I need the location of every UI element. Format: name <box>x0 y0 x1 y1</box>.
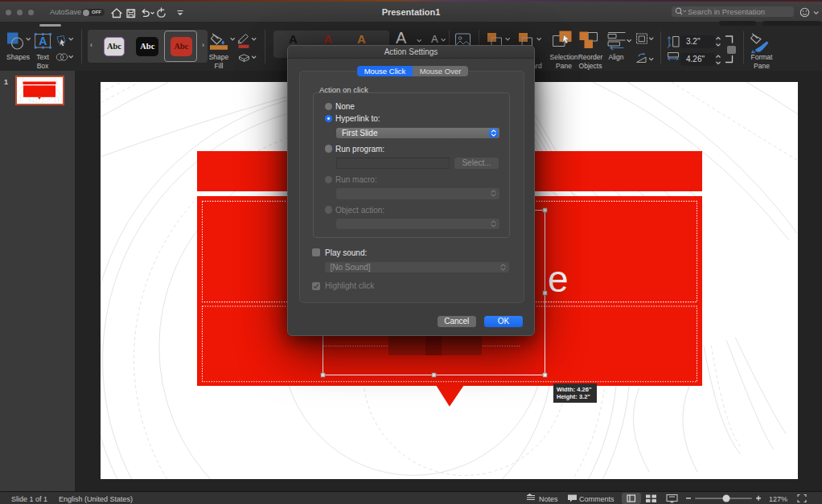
svg-text:e: e <box>548 258 569 300</box>
svg-text:A: A <box>39 35 47 47</box>
